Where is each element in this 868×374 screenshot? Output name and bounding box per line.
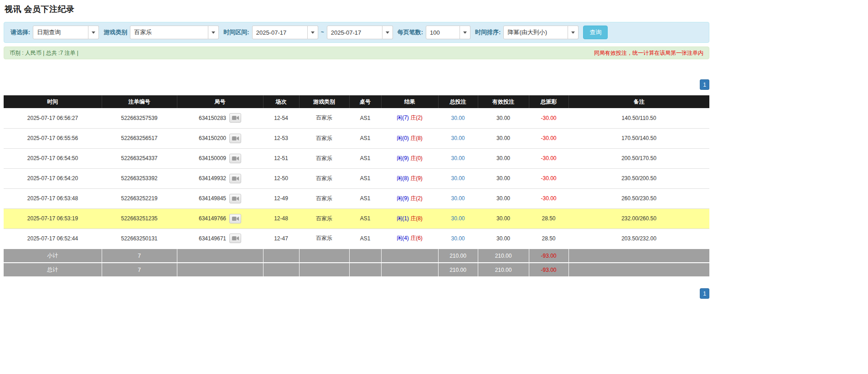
chevron-down-icon[interactable] <box>460 26 470 39</box>
cell-game-type: 百家乐 <box>299 168 349 188</box>
game-type-combobox <box>130 26 219 39</box>
cell-payout: -30.00 <box>529 128 568 148</box>
result-banker: 庄(0) <box>410 155 423 161</box>
video-replay-button[interactable] <box>229 134 241 143</box>
cell-table-no: AS1 <box>349 168 381 188</box>
video-camera-icon <box>232 236 239 241</box>
total-bet-link[interactable]: 30.00 <box>451 155 465 161</box>
cell-payout: 28.50 <box>529 229 568 249</box>
cell-payout: -30.00 <box>529 188 568 208</box>
page-size-label: 每页笔数: <box>398 28 423 36</box>
select-type-label: 请选择: <box>10 28 30 36</box>
pagination-bottom: 1 <box>4 288 709 299</box>
cell-bet-id: 522663250131 <box>102 229 177 249</box>
result-player: 闲(9) <box>397 195 409 202</box>
date-to-input[interactable] <box>327 26 382 39</box>
total-bet-link[interactable]: 30.00 <box>451 135 465 141</box>
chevron-down-icon[interactable] <box>568 26 579 39</box>
game-type-label: 游戏类别 <box>103 28 127 36</box>
empty-cell <box>381 263 438 277</box>
cell-game-type: 百家乐 <box>299 148 349 168</box>
cell-round: 634150200 <box>177 128 263 148</box>
chevron-down-icon[interactable] <box>88 26 99 39</box>
result-banker: 庄(8) <box>410 135 423 141</box>
result-banker: 庄(8) <box>410 215 423 222</box>
column-header: 注单编号 <box>102 95 177 108</box>
query-type-input[interactable] <box>33 26 88 39</box>
chevron-down-icon[interactable] <box>208 26 219 39</box>
chevron-down-icon[interactable] <box>382 26 393 39</box>
total-bet-link[interactable]: 30.00 <box>451 175 465 182</box>
result-player: 闲(7) <box>397 114 409 121</box>
round-wrap: 634149766 <box>199 214 241 223</box>
cell-bet-id: 522663253392 <box>102 168 177 188</box>
empty-cell <box>263 249 299 263</box>
cell-result: 闲(9) 庄(2) <box>381 188 438 208</box>
table-row: 2025-07-17 06:54:20 522663253392 6341499… <box>4 168 709 188</box>
cell-payout: -30.00 <box>529 148 568 168</box>
video-replay-button[interactable] <box>229 234 241 243</box>
page-1-button[interactable]: 1 <box>700 79 709 90</box>
total-row: 总计 7 210.00 210.00 -93.00 <box>4 263 709 277</box>
cell-remark: 140.50/110.50 <box>568 108 709 128</box>
currency-summary-text: 币别 : 人民币 | 总共 :7 注单 | <box>10 49 78 57</box>
video-camera-icon <box>232 216 239 221</box>
table-row: 2025-07-17 06:56:27 522663257539 6341502… <box>4 108 709 128</box>
empty-cell <box>177 249 263 263</box>
cell-remark: 260.50/230.50 <box>568 188 709 208</box>
subtotal-label: 小计 <box>4 249 102 263</box>
cell-time: 2025-07-17 06:55:56 <box>4 128 102 148</box>
empty-cell <box>299 263 349 277</box>
empty-cell <box>568 263 709 277</box>
cell-round: 634149671 <box>177 229 263 249</box>
cell-game-type: 百家乐 <box>299 229 349 249</box>
video-replay-button[interactable] <box>229 154 241 163</box>
page-size-input[interactable] <box>426 26 460 39</box>
cell-payout: -30.00 <box>529 108 568 128</box>
empty-cell <box>177 263 263 277</box>
video-camera-icon <box>232 176 239 181</box>
video-replay-button[interactable] <box>229 194 241 203</box>
round-wrap: 634150009 <box>199 154 241 163</box>
video-replay-button[interactable] <box>229 214 241 223</box>
total-bet-link[interactable]: 30.00 <box>451 215 465 222</box>
empty-cell <box>349 249 381 263</box>
round-wrap: 634150200 <box>199 134 241 143</box>
pagination-top: 1 <box>4 79 709 90</box>
page-1-button[interactable]: 1 <box>700 288 709 299</box>
total-bet-link[interactable]: 30.00 <box>451 195 465 202</box>
summary-bar: 币别 : 人民币 | 总共 :7 注单 | 同局有效投注，统一计算在该局第一张注… <box>4 47 709 59</box>
cell-round: 634150283 <box>177 108 263 128</box>
filter-bar: 请选择: 游戏类别 时间区间: ~ 每页笔数: 时间排序: <box>4 22 709 43</box>
cell-total-bet: 30.00 <box>438 108 478 128</box>
caret-glyph <box>92 31 95 34</box>
page-title: 视讯 会员下注纪录 <box>5 4 709 15</box>
video-replay-button[interactable] <box>229 174 241 183</box>
total-bet-link[interactable]: 30.00 <box>451 115 465 121</box>
video-camera-icon <box>232 115 239 120</box>
subtotal-row: 小计 7 210.00 210.00 -93.00 <box>4 249 709 263</box>
game-type-input[interactable] <box>130 26 208 39</box>
cell-session: 12-51 <box>263 148 299 168</box>
date-from-input[interactable] <box>252 26 308 39</box>
cell-game-type: 百家乐 <box>299 188 349 208</box>
cell-session: 12-50 <box>263 168 299 188</box>
round-wrap: 634149671 <box>199 234 241 243</box>
round-id: 634149671 <box>199 235 226 242</box>
cell-bet-id: 522663252219 <box>102 188 177 208</box>
total-bet-link[interactable]: 30.00 <box>451 235 465 242</box>
sort-order-input[interactable] <box>503 26 568 39</box>
column-header: 局号 <box>177 95 263 108</box>
cell-result: 闲(4) 庄(6) <box>381 229 438 249</box>
video-replay-button[interactable] <box>229 113 241 123</box>
round-wrap: 634149845 <box>199 194 241 203</box>
total-label: 总计 <box>4 263 102 277</box>
cell-game-type: 百家乐 <box>299 128 349 148</box>
chevron-down-icon[interactable] <box>308 26 318 39</box>
subtotal-payout: -93.00 <box>529 249 568 263</box>
table-header-row: 时间注单编号局号场次游戏类别桌号结果总投注有效投注总派彩备注 <box>4 95 709 108</box>
search-button[interactable]: 查询 <box>583 26 608 39</box>
cell-round: 634150009 <box>177 148 263 168</box>
subtotal-valid-bet: 210.00 <box>478 249 529 263</box>
query-type-combobox <box>33 26 99 39</box>
